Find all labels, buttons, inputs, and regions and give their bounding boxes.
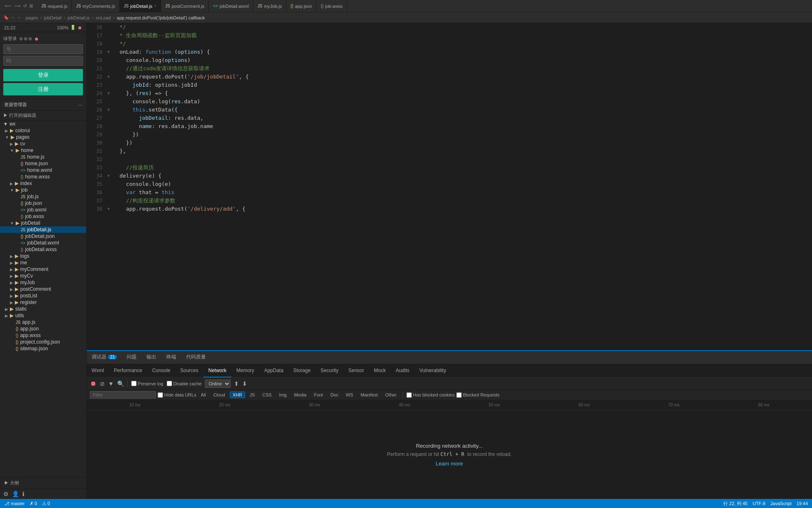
tab-debugger[interactable]: 调试器 21 — [87, 351, 122, 364]
filter-other[interactable]: Other — [382, 392, 400, 398]
tree-item-job[interactable]: ▼▶job — [0, 187, 86, 193]
hide-data-urls-label[interactable]: Hide data URLs — [158, 392, 196, 398]
tree-item-colorui[interactable]: ▶▶colorui — [0, 127, 86, 134]
tree-item-app-json[interactable]: {}app.json — [0, 325, 86, 332]
nav-icon-refresh[interactable]: ↺ — [23, 3, 27, 9]
stop-button[interactable]: ⊘ — [100, 380, 105, 387]
tree-item-sitemap-json[interactable]: {}sitemap.json — [0, 345, 86, 352]
tab-memory[interactable]: Memory — [231, 364, 259, 377]
nav-back-icon[interactable]: ← — [11, 15, 15, 20]
filter-all[interactable]: All — [198, 392, 209, 398]
code-view[interactable]: 16 */17 * 生命周期函数--监听页面加载18 */19▼ onLoad:… — [87, 23, 812, 350]
filter-css[interactable]: CSS — [260, 392, 275, 398]
tab-sources[interactable]: Sources — [175, 364, 203, 377]
tab-vulnerability[interactable]: Vulnerability — [414, 364, 451, 377]
tree-item-jobDetail[interactable]: ▼▶jobDetail — [0, 220, 86, 226]
fold-arrow-icon[interactable]: ▼ — [107, 205, 113, 213]
breadcrumb-item[interactable]: jobDetail — [44, 15, 61, 20]
tab-jobDetail-wxml[interactable]: <>jobDetail.wxml — [209, 0, 253, 12]
account-input[interactable] — [3, 44, 83, 54]
open-editors-section[interactable]: ▶ 打开的编辑器 — [0, 111, 86, 121]
git-branch[interactable]: ⎇ master — [4, 501, 25, 506]
tree-item-project-config.json[interactable]: {}project.config.json — [0, 339, 86, 345]
tree-item-home[interactable]: ▼▶home — [0, 147, 86, 154]
tree-item-job-json[interactable]: {}job.json — [0, 200, 86, 207]
tree-item-postComment[interactable]: ▶▶postComment — [0, 286, 86, 292]
fold-arrow-icon[interactable]: ▼ — [107, 172, 113, 180]
filter-ws[interactable]: WS — [343, 392, 356, 398]
user-icon[interactable]: 👤 — [12, 491, 19, 497]
tree-item-job-wxss[interactable]: {}job.wxss — [0, 213, 86, 220]
tree-item-myJob[interactable]: ▶▶myJob — [0, 279, 86, 286]
tab-appdata[interactable]: AppData — [259, 364, 288, 377]
tree-item-jobDetail-js[interactable]: JSjobDetail.js — [0, 226, 86, 233]
tree-item-jobDetail-wxml[interactable]: <>jobDetail.wxml — [0, 240, 86, 246]
tree-item-home-wxml[interactable]: <>home.wxml — [0, 167, 86, 173]
tree-item-postList[interactable]: ▶▶postList — [0, 292, 86, 299]
tab-mock[interactable]: Mock — [369, 364, 391, 377]
filter-js[interactable]: JS — [247, 392, 258, 398]
fold-arrow-icon[interactable]: ▼ — [107, 89, 113, 97]
tree-item-home-js[interactable]: JShome.js — [0, 154, 86, 160]
tab-myComments-js[interactable]: JSmyComments.js — [72, 0, 120, 12]
tree-item-cv[interactable]: ▶▶cv — [0, 140, 86, 147]
tab-code-quality[interactable]: 代码质量 — [181, 351, 211, 364]
tree-item-app-wxss[interactable]: {}app.wxss — [0, 332, 86, 339]
blocked-requests-label[interactable]: Blocked Requests — [456, 392, 500, 398]
filter-input[interactable] — [90, 391, 156, 399]
filter-doc[interactable]: Doc — [328, 392, 342, 398]
preserve-log-checkbox[interactable] — [131, 381, 137, 386]
login-button[interactable]: 登录 — [3, 69, 83, 81]
tab-close-button[interactable]: × — [154, 4, 156, 8]
tab-security[interactable]: Security — [316, 364, 343, 377]
filter-manifest[interactable]: Manifest — [358, 392, 381, 398]
big-section[interactable]: ▶ 大纲 — [0, 477, 86, 489]
tree-item-pages[interactable]: ▼▶pages — [0, 134, 86, 140]
blocked-cookies-checkbox[interactable] — [406, 392, 412, 398]
search-button[interactable]: 🔍 — [117, 380, 124, 387]
fold-arrow-icon[interactable]: ▼ — [107, 48, 113, 56]
tab-sensor[interactable]: Sensor — [343, 364, 369, 377]
nav-icon-split[interactable]: ⊞ — [29, 3, 33, 9]
filter-xhr[interactable]: XHR — [230, 392, 245, 398]
tree-item-myCv[interactable]: ▶▶myCv — [0, 273, 86, 279]
tree-item-jobDetail-wxss[interactable]: {}jobDetail.wxss — [0, 246, 86, 253]
tab-job-wxss[interactable]: {}job.wxss — [316, 0, 347, 12]
disable-cache-checkbox[interactable] — [167, 381, 172, 386]
register-button[interactable]: 注册 — [3, 83, 83, 95]
tab-myJob-js[interactable]: JSmyJob.js — [253, 0, 286, 12]
download-icon[interactable]: ⬇ — [242, 380, 247, 387]
nav-forward-icon[interactable]: → — [17, 15, 21, 20]
learn-more-link[interactable]: Learn more — [436, 461, 463, 467]
tab-jobDetail-js[interactable]: JSjobDetail.js× — [120, 0, 161, 12]
tab-storage[interactable]: Storage — [288, 364, 316, 377]
filter-cloud[interactable]: Cloud — [210, 392, 228, 398]
tab-request-js[interactable]: JSrequest.js — [37, 0, 72, 12]
breadcrumb-item[interactable]: app.request.doPost('/job/jobDetail') cal… — [117, 15, 205, 20]
tree-item-static[interactable]: ▶▶static — [0, 306, 86, 312]
tab-terminal[interactable]: 终端 — [161, 351, 181, 364]
breadcrumb-item[interactable]: pages — [26, 15, 38, 20]
tree-item-index[interactable]: ▶▶index — [0, 180, 86, 187]
breadcrumb-item[interactable]: jobDetail.js — [68, 15, 90, 20]
tree-item-app-js[interactable]: JSapp.js — [0, 319, 86, 325]
bookmark-icon[interactable]: 🔖 — [3, 15, 9, 20]
upload-icon[interactable]: ⬆ — [234, 380, 239, 387]
nav-icon-forward[interactable]: ⟶ — [14, 3, 21, 9]
blocked-cookies-label[interactable]: Has blocked cookies — [406, 392, 455, 398]
settings-icon[interactable]: ⚙ — [3, 491, 9, 497]
record-icon2[interactable]: ⏺ — [34, 36, 39, 41]
warning-count[interactable]: ⚠ 0 — [42, 501, 50, 506]
tree-item-myComment[interactable]: ▶▶myComment — [0, 266, 86, 273]
language-mode[interactable]: JavaScript — [770, 501, 791, 506]
blocked-requests-checkbox[interactable] — [456, 392, 462, 398]
filter-button[interactable]: ▼ — [108, 380, 114, 387]
fold-arrow-icon[interactable]: ▼ — [107, 106, 113, 114]
record-icon[interactable]: ⏺ — [78, 25, 82, 30]
tree-item-logs[interactable]: ▶▶logs — [0, 253, 86, 259]
tree-root-wx[interactable]: ▼ wx — [0, 121, 86, 127]
tree-item-me[interactable]: ▶▶me — [0, 259, 86, 266]
filter-img[interactable]: Img — [276, 392, 289, 398]
tab-app-json[interactable]: {}app.json — [286, 0, 316, 12]
error-count[interactable]: ✗ 0 — [30, 501, 37, 506]
